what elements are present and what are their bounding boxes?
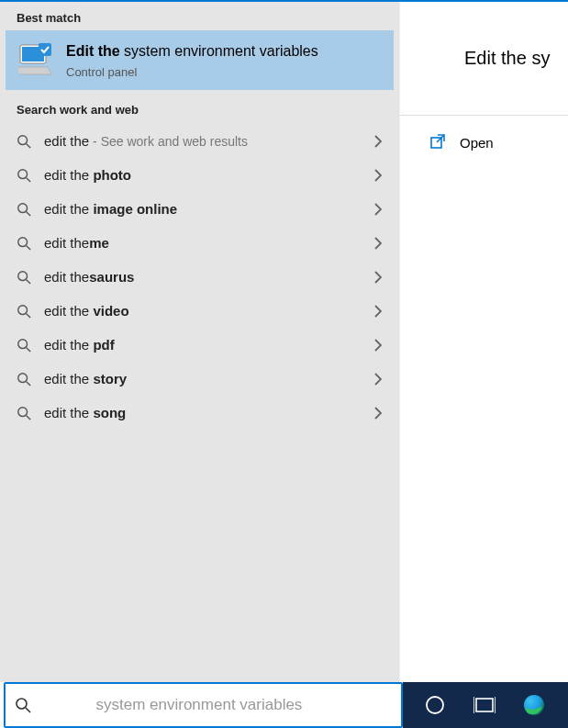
search-icon — [17, 304, 31, 319]
suggestion-bold: song — [93, 405, 126, 420]
suggestion-text: edit the story — [44, 371, 361, 386]
svg-line-17 — [27, 347, 30, 351]
svg-point-23 — [17, 699, 27, 709]
suggestion-prefix: edit the — [44, 303, 93, 319]
svg-line-13 — [27, 279, 30, 283]
svg-line-24 — [26, 708, 30, 712]
suggestion-text: edit thesaurus — [44, 269, 361, 285]
svg-marker-2 — [18, 67, 51, 74]
suggestion-bold: image online — [93, 201, 177, 217]
suggestion-text: edit the pdf — [44, 337, 361, 353]
search-icon — [17, 202, 31, 217]
svg-rect-26 — [476, 699, 493, 711]
search-icon — [17, 270, 31, 285]
suggestion-prefix: edit the — [44, 133, 89, 149]
suggestion-bold: video — [93, 303, 128, 319]
suggestion-bold: story — [93, 371, 127, 386]
suggestion-prefix: edit the — [44, 337, 93, 353]
best-match-title-bold: Edit the — [66, 43, 120, 59]
suggestion-bold: saurus — [89, 269, 134, 285]
search-box[interactable]: edit the system environment variables — [4, 682, 403, 728]
suggestion-prefix: edit the — [44, 167, 93, 183]
suggestion-item[interactable]: edit the - See work and web results — [6, 124, 394, 158]
ghost-completion: system environment variables — [96, 696, 303, 714]
preview-pane: Edit the sy Open — [399, 2, 568, 682]
chevron-right-icon — [373, 373, 383, 386]
suggestion-list: edit the - See work and web resultsedit … — [0, 122, 399, 431]
suggestion-text: edit the image online — [44, 201, 361, 217]
svg-point-4 — [18, 135, 28, 144]
best-match-text: Edit the system environment variables Co… — [66, 41, 318, 79]
suggestion-item[interactable]: edit theme — [6, 226, 394, 260]
suggestion-item[interactable]: edit the song — [6, 396, 394, 430]
best-match-result[interactable]: Edit the system environment variables Co… — [6, 30, 394, 90]
suggestion-prefix: edit the — [44, 235, 89, 251]
svg-line-5 — [27, 143, 30, 147]
suggestion-prefix: edit the — [44, 405, 93, 420]
chevron-right-icon — [373, 339, 383, 352]
open-label: Open — [460, 135, 494, 151]
edge-browser-button[interactable] — [518, 689, 550, 721]
best-match-subtitle: Control panel — [66, 65, 318, 79]
suggestion-item[interactable]: edit the image online — [6, 192, 394, 226]
task-view-button[interactable] — [469, 689, 500, 721]
suggestion-text: edit the photo — [44, 167, 361, 183]
svg-line-15 — [27, 313, 30, 317]
ghost-typed: edit the — [40, 696, 96, 714]
search-icon — [17, 236, 31, 251]
chevron-right-icon — [373, 203, 383, 216]
svg-line-21 — [27, 415, 30, 419]
svg-point-14 — [18, 305, 28, 314]
search-icon — [17, 134, 31, 149]
search-icon — [17, 338, 31, 353]
taskbar — [403, 682, 568, 728]
chevron-right-icon — [373, 271, 383, 284]
search-icon — [17, 406, 31, 420]
suggestion-item[interactable]: edit the photo — [6, 158, 394, 192]
chevron-right-icon — [373, 237, 383, 250]
results-pane: Best match Edit the system environment v… — [0, 2, 399, 682]
suggestion-bold: photo — [93, 167, 131, 183]
svg-point-18 — [18, 373, 28, 382]
svg-line-19 — [27, 381, 30, 385]
suggestion-hint: - See work and web results — [89, 134, 248, 149]
search-icon — [17, 372, 31, 386]
best-match-header: Best match — [0, 2, 399, 30]
svg-line-9 — [27, 211, 30, 215]
svg-rect-3 — [39, 43, 51, 56]
open-action[interactable]: Open — [400, 116, 568, 151]
preview-title: Edit the sy — [400, 2, 568, 69]
svg-point-16 — [18, 339, 28, 348]
svg-point-25 — [427, 697, 443, 713]
search-flyout: Best match Edit the system environment v… — [0, 0, 568, 682]
svg-point-10 — [18, 237, 28, 246]
suggestion-bold: me — [89, 235, 109, 251]
suggestion-prefix: edit the — [44, 371, 93, 386]
taskbar-row: edit the system environment variables — [0, 682, 568, 728]
best-match-title: Edit the system environment variables — [66, 41, 318, 62]
system-settings-icon — [18, 41, 55, 78]
suggestion-text: edit the video — [44, 303, 361, 319]
suggestion-item[interactable]: edit the story — [6, 362, 394, 396]
suggestion-text: edit the song — [44, 405, 361, 420]
search-icon — [15, 697, 31, 713]
suggestion-text: edit theme — [44, 235, 361, 251]
search-web-header: Search work and web — [0, 94, 399, 122]
svg-line-7 — [27, 177, 30, 181]
suggestion-item[interactable]: edit the video — [6, 294, 394, 328]
open-icon — [430, 134, 447, 151]
chevron-right-icon — [373, 169, 383, 182]
chevron-right-icon — [373, 305, 383, 318]
suggestion-item[interactable]: edit the pdf — [6, 328, 394, 362]
svg-point-8 — [18, 203, 28, 212]
suggestion-item[interactable]: edit thesaurus — [6, 260, 394, 294]
best-match-title-rest: system environment variables — [120, 43, 318, 59]
suggestion-prefix: edit the — [44, 269, 89, 285]
search-icon — [17, 168, 31, 183]
svg-point-6 — [18, 169, 28, 178]
suggestion-text: edit the - See work and web results — [44, 133, 361, 149]
chevron-right-icon — [373, 407, 383, 420]
chevron-right-icon — [373, 135, 383, 148]
cortana-button[interactable] — [419, 689, 451, 721]
suggestion-bold: pdf — [93, 337, 114, 353]
